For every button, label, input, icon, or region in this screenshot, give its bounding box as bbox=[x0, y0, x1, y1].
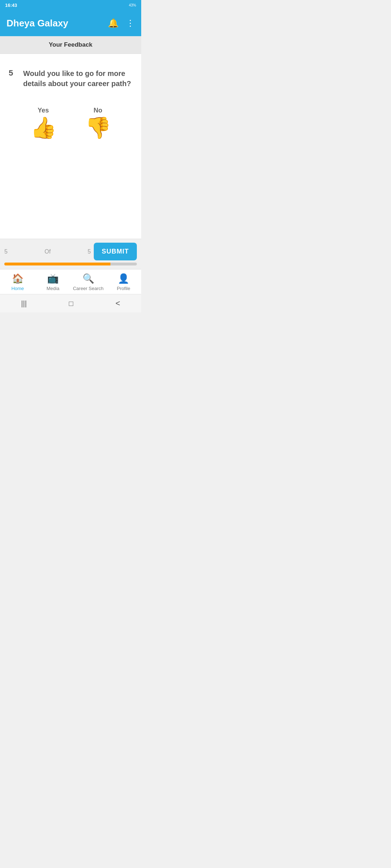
home-system-icon[interactable]: □ bbox=[69, 299, 73, 308]
feedback-header: Your Feedback bbox=[0, 36, 141, 54]
nav-item-profile[interactable]: 👤 Profile bbox=[106, 273, 142, 291]
status-bar: 16:43 43% bbox=[0, 0, 141, 10]
back-system-icon[interactable]: < bbox=[115, 299, 120, 308]
nav-item-home[interactable]: 🏠 Home bbox=[0, 273, 35, 291]
progress-bar-container bbox=[4, 263, 137, 265]
career-search-label: Career Search bbox=[73, 286, 104, 291]
media-label: Media bbox=[47, 286, 59, 291]
app-title: Dheya Galaxy bbox=[7, 18, 68, 29]
answer-row: Yes 👍 No 👎 bbox=[9, 107, 133, 138]
nav-item-media[interactable]: 📺 Media bbox=[35, 273, 71, 291]
yes-option[interactable]: Yes 👍 bbox=[30, 107, 56, 138]
recent-apps-icon[interactable]: ||| bbox=[21, 299, 27, 308]
progress-total: 5 bbox=[88, 248, 91, 255]
battery-icon: 43% bbox=[129, 3, 136, 7]
career-search-icon: 🔍 bbox=[83, 273, 94, 284]
header-icons: 🔔 ⋮ bbox=[108, 18, 135, 28]
profile-icon: 👤 bbox=[118, 273, 129, 284]
progress-section: 5 Of 5 SUBMIT bbox=[0, 239, 141, 269]
media-icon: 📺 bbox=[47, 273, 59, 284]
bell-icon[interactable]: 🔔 bbox=[108, 18, 119, 28]
thumbs-down-icon[interactable]: 👎 bbox=[85, 117, 111, 138]
thumbs-up-icon[interactable]: 👍 bbox=[30, 117, 56, 138]
nav-item-career-search[interactable]: 🔍 Career Search bbox=[71, 273, 106, 291]
question-area: 5 Would you like to go for more details … bbox=[0, 54, 141, 239]
no-label: No bbox=[94, 107, 102, 114]
progress-current: 5 bbox=[4, 248, 8, 255]
main-content: Your Feedback 5 Would you like to go for… bbox=[0, 36, 141, 269]
bottom-nav: 🏠 Home 📺 Media 🔍 Career Search 👤 Profile bbox=[0, 269, 141, 294]
status-time: 16:43 bbox=[5, 3, 17, 8]
more-icon[interactable]: ⋮ bbox=[126, 18, 135, 28]
home-icon: 🏠 bbox=[12, 273, 24, 284]
system-nav: ||| □ < bbox=[0, 294, 141, 312]
progress-bar-fill bbox=[4, 263, 110, 265]
no-option[interactable]: No 👎 bbox=[85, 107, 111, 138]
home-label: Home bbox=[11, 286, 24, 291]
status-icons: 43% bbox=[129, 3, 136, 7]
question-number: 5 bbox=[9, 68, 17, 78]
progress-row: 5 Of 5 SUBMIT bbox=[4, 243, 137, 260]
profile-label: Profile bbox=[117, 286, 130, 291]
yes-label: Yes bbox=[38, 107, 49, 114]
progress-of: Of bbox=[10, 248, 85, 255]
question-row: 5 Would you like to go for more details … bbox=[9, 68, 133, 89]
app-header: Dheya Galaxy 🔔 ⋮ bbox=[0, 10, 141, 36]
question-text: Would you like to go for more details ab… bbox=[23, 68, 133, 89]
submit-button[interactable]: SUBMIT bbox=[94, 243, 137, 260]
